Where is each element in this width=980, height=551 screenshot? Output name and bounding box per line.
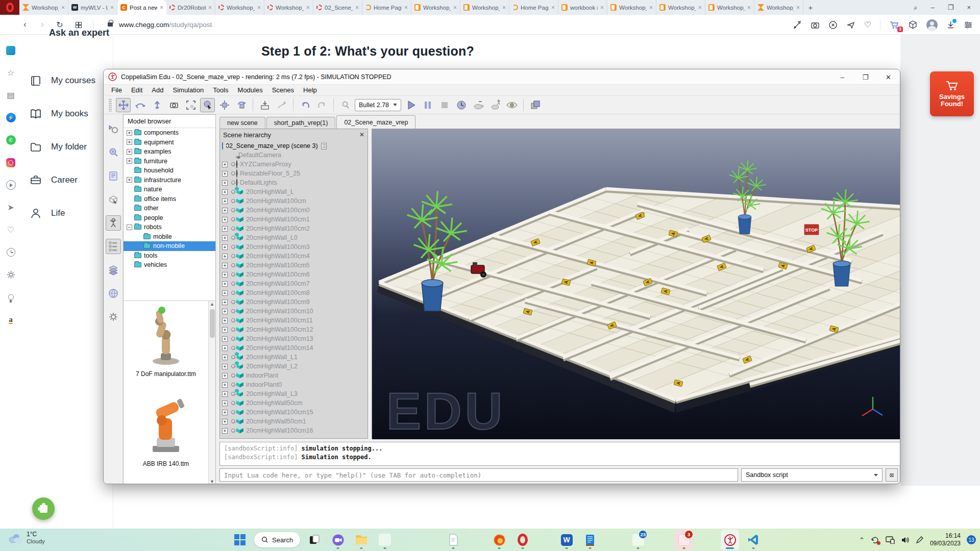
pen-tray-icon[interactable] bbox=[916, 536, 924, 544]
menu-edit[interactable]: Edit bbox=[127, 86, 147, 94]
expand-icon[interactable]: + bbox=[127, 139, 132, 145]
object-shift-tool[interactable] bbox=[217, 98, 232, 112]
hierarchy-item[interactable]: + 20cmHighWall100cm15 bbox=[222, 408, 366, 417]
browser-tab[interactable]: Dr20Robot.p × bbox=[166, 0, 215, 15]
model-tree-item[interactable]: other bbox=[124, 204, 215, 213]
hierarchy-item[interactable]: + 20cmHighWall_L0 bbox=[222, 233, 366, 242]
expand-icon[interactable]: + bbox=[222, 327, 228, 333]
redo-button[interactable] bbox=[314, 98, 329, 112]
taskbar-weather-widget[interactable]: 1°CCloudy bbox=[7, 531, 45, 545]
visibility-toggle-icon[interactable] bbox=[231, 355, 235, 359]
scene-object-properties-icon[interactable] bbox=[106, 145, 121, 160]
window-minimize-button[interactable]: – bbox=[931, 4, 935, 11]
visibility-toggle-icon[interactable] bbox=[231, 227, 235, 231]
instagram-icon[interactable] bbox=[6, 157, 16, 168]
expand-icon[interactable]: + bbox=[222, 244, 228, 250]
model-thumbnail[interactable]: ABB IRB 140.ttm bbox=[132, 396, 200, 467]
tab-close-icon[interactable]: × bbox=[502, 4, 506, 11]
cast-tray-icon[interactable] bbox=[886, 536, 895, 544]
visibility-toggle-icon[interactable] bbox=[231, 410, 235, 414]
expand-icon[interactable]: + bbox=[222, 410, 228, 415]
visibility-toggle-icon[interactable] bbox=[231, 318, 235, 322]
menu-scenes[interactable]: Scenes bbox=[267, 86, 299, 94]
tab-close-icon[interactable]: × bbox=[355, 4, 359, 11]
expand-icon[interactable]: + bbox=[222, 263, 228, 268]
model-tree-item[interactable]: household bbox=[124, 166, 215, 176]
opera-menu-button[interactable] bbox=[0, 0, 19, 15]
bookmark-edit-icon[interactable] bbox=[793, 20, 802, 30]
expand-icon[interactable]: + bbox=[222, 189, 228, 195]
expand-icon[interactable]: + bbox=[222, 419, 228, 424]
expand-icon[interactable]: + bbox=[222, 254, 228, 259]
visibility-toggle-icon[interactable] bbox=[231, 401, 235, 405]
extension-puzzle-fab[interactable] bbox=[32, 497, 55, 520]
forward-button[interactable]: › bbox=[34, 20, 51, 29]
menu-add[interactable]: Add bbox=[147, 86, 168, 94]
speed-dial-icon[interactable] bbox=[6, 45, 16, 56]
heart-icon[interactable]: ♡ bbox=[6, 224, 16, 235]
model-scrollbar[interactable]: ▲ ▼ bbox=[208, 301, 215, 484]
hierarchy-item[interactable]: + 20cmHighWall100cm1 bbox=[222, 215, 366, 224]
browser-tab[interactable]: Home Page × bbox=[509, 0, 558, 15]
visibility-toggle-icon[interactable] bbox=[231, 181, 235, 185]
messenger-icon[interactable]: ⚡ bbox=[6, 112, 16, 123]
status-console[interactable]: [sandboxScript:info]simulation stopping.… bbox=[219, 442, 900, 466]
hierarchy-item[interactable]: + 20cmHighWall100cm9 bbox=[222, 297, 366, 307]
snapshot-camera-icon[interactable] bbox=[811, 20, 820, 30]
layers-icon[interactable] bbox=[106, 262, 121, 278]
hierarchy-item[interactable]: 02_Scene_maze_vrep (scene 3) bbox=[222, 141, 366, 151]
savings-found-badge[interactable]: Savings Found! bbox=[930, 71, 974, 116]
slower-button[interactable] bbox=[471, 98, 485, 112]
expand-icon[interactable]: + bbox=[222, 373, 228, 379]
expand-icon[interactable]: + bbox=[127, 158, 132, 164]
star-icon[interactable]: ☆ bbox=[6, 67, 16, 78]
model-tree-item[interactable]: + furniture bbox=[124, 157, 215, 166]
expand-icon[interactable]: + bbox=[222, 198, 228, 204]
tab-close-icon[interactable]: × bbox=[698, 4, 702, 11]
morph-tool[interactable] bbox=[274, 98, 289, 112]
expand-icon[interactable]: + bbox=[222, 208, 228, 213]
expand-icon[interactable]: + bbox=[222, 180, 228, 186]
hierarchy-item[interactable]: + 20cmHighWall100cm bbox=[222, 196, 366, 206]
model-tree-item[interactable]: non-mobile bbox=[124, 241, 215, 251]
play-icon[interactable] bbox=[6, 180, 16, 190]
menu-help[interactable]: Help bbox=[299, 86, 322, 94]
amazon-icon[interactable]: a bbox=[6, 314, 16, 325]
visibility-toggle-icon[interactable] bbox=[231, 337, 235, 341]
visibility-toggle-icon[interactable] bbox=[231, 392, 235, 396]
visibility-toggle-icon[interactable] bbox=[231, 254, 235, 258]
visibility-toggle-icon[interactable] bbox=[231, 291, 235, 295]
hierarchy-item[interactable]: + indoorPlant0 bbox=[222, 380, 366, 389]
vscode-button[interactable] bbox=[744, 530, 763, 550]
bulb-icon[interactable] bbox=[6, 292, 16, 303]
hierarchy-item[interactable]: + 20cmHighWall100cm10 bbox=[222, 307, 366, 316]
tab-close-icon[interactable]: × bbox=[747, 4, 751, 11]
hierarchy-item[interactable]: + 20cmHighWall100cm3 bbox=[222, 242, 366, 252]
profile-avatar[interactable] bbox=[926, 19, 938, 31]
browser-tab[interactable]: myWLV - Un × bbox=[68, 0, 117, 15]
visibility-toggle-icon[interactable] bbox=[231, 429, 235, 433]
expand-icon[interactable]: + bbox=[222, 336, 228, 342]
tab-close-icon[interactable]: × bbox=[257, 4, 261, 11]
assemble-tool[interactable] bbox=[257, 98, 272, 112]
browser-tab[interactable]: Post a new × bbox=[117, 0, 166, 15]
visibility-toggle-icon[interactable] bbox=[231, 217, 235, 221]
browser-tab[interactable]: Workshop_0 × bbox=[19, 0, 68, 15]
adblock-shield-icon[interactable] bbox=[828, 20, 838, 30]
expand-icon[interactable]: + bbox=[127, 177, 132, 183]
hierarchy-item[interactable]: + 20cmHighWall50cm1 bbox=[222, 417, 366, 426]
simulation-settings-icon[interactable] bbox=[106, 121, 121, 137]
lua-input[interactable] bbox=[219, 468, 738, 482]
model-tree-item[interactable]: mobile bbox=[124, 232, 215, 242]
expand-icon[interactable]: + bbox=[222, 290, 228, 296]
tray-chevron-icon[interactable]: ⌃ bbox=[859, 536, 865, 544]
tab-close-icon[interactable]: × bbox=[110, 4, 114, 11]
browser-tab[interactable]: Workshop_0 × bbox=[215, 0, 264, 15]
model-thumbnail[interactable]: 7 DoF manipulator.ttm bbox=[132, 306, 200, 378]
window-restore-button[interactable]: ❐ bbox=[948, 4, 954, 11]
sidebar-item-my-courses[interactable]: My courses bbox=[30, 74, 95, 87]
hierarchy-item[interactable]: + XYZCameraProxy bbox=[222, 160, 366, 169]
undo-button[interactable] bbox=[298, 98, 312, 112]
browser-tab[interactable]: 02_Scene_m × bbox=[313, 0, 362, 15]
easy-setup-sliders-icon[interactable] bbox=[964, 20, 973, 30]
